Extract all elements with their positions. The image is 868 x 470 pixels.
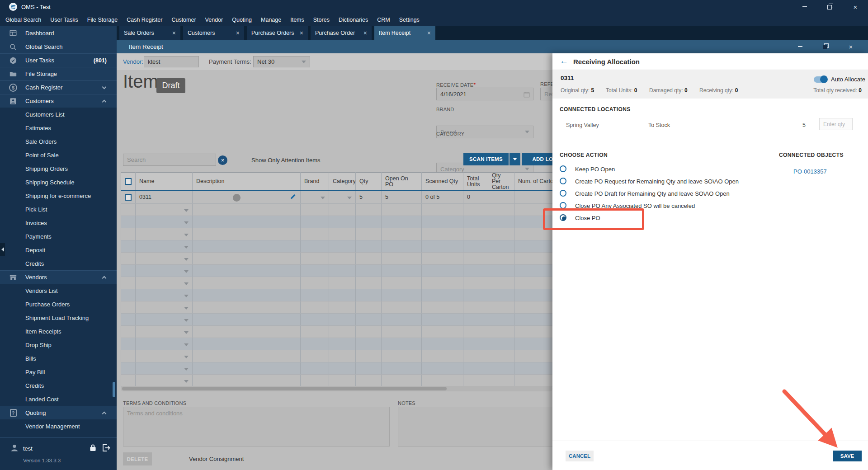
- sidebar-item-purchase-orders[interactable]: Purchase Orders: [0, 297, 117, 311]
- delete-button[interactable]: DELETE: [123, 452, 152, 465]
- table-empty-row[interactable]: [121, 338, 573, 350]
- menu-file-storage[interactable]: File Storage: [83, 14, 122, 26]
- scrollbar-thumb[interactable]: [122, 387, 447, 390]
- menu-user-tasks[interactable]: User Tasks: [46, 14, 83, 26]
- tab-item-receipt[interactable]: Item Receipt×: [374, 26, 435, 40]
- table-empty-row[interactable]: [121, 350, 573, 362]
- sidebar-item-shipping-schedule[interactable]: Shipping Schedule: [0, 175, 117, 189]
- clear-search-icon[interactable]: ×: [218, 155, 227, 165]
- auto-allocate-toggle[interactable]: [814, 76, 827, 83]
- menu-items[interactable]: Items: [286, 14, 309, 26]
- sidebar-item-point-of-sale[interactable]: Point of Sale: [0, 148, 117, 162]
- payment-terms-select[interactable]: Net 30: [253, 56, 310, 67]
- sidebar-item-dashboard[interactable]: Dashboard: [0, 26, 117, 40]
- sidebar-item-item-receipts[interactable]: Item Receipts: [0, 324, 117, 338]
- vendor-input[interactable]: [144, 56, 199, 67]
- close-icon[interactable]: ×: [838, 40, 863, 53]
- sidebar-item-customers-list[interactable]: Customers List: [0, 108, 117, 121]
- table-empty-row[interactable]: [121, 374, 573, 386]
- minimize-icon[interactable]: [788, 40, 813, 53]
- sidebar-item-shipping-ecommerce[interactable]: Shipping for e-commerce: [0, 189, 117, 202]
- radio-close-po-cancel-so[interactable]: Close PO Any Associated SO will be cance…: [552, 200, 778, 212]
- menu-global-search[interactable]: Global Search: [1, 14, 46, 26]
- table-empty-row[interactable]: [121, 203, 573, 216]
- tab-close-icon[interactable]: ×: [300, 29, 303, 37]
- save-button[interactable]: SAVE: [833, 451, 862, 461]
- sidebar-item-customers[interactable]: Customers: [0, 94, 117, 108]
- tab-purchase-order[interactable]: Purchase Order×: [311, 26, 372, 40]
- search-input[interactable]: [123, 154, 216, 166]
- tab-close-icon[interactable]: ×: [427, 29, 431, 37]
- sidebar-item-shipment-load-tracking[interactable]: Shipment Load Tracking: [0, 311, 117, 324]
- radio-close-po[interactable]: Close PO: [552, 212, 778, 224]
- sidebar-item-pay-bill[interactable]: Pay Bill: [0, 365, 117, 379]
- receive-date-input[interactable]: 4/16/2021: [436, 88, 533, 100]
- table-empty-row[interactable]: [121, 252, 573, 264]
- minimize-icon[interactable]: [792, 0, 817, 14]
- tab-sale-orders[interactable]: Sale Orders×: [119, 26, 180, 40]
- sidebar-collapse-handle[interactable]: [0, 243, 5, 256]
- table-empty-row[interactable]: [121, 216, 573, 228]
- lock-icon[interactable]: [89, 443, 97, 454]
- sidebar-item-bills[interactable]: Bills: [0, 352, 117, 365]
- back-arrow-icon[interactable]: ←: [560, 56, 568, 66]
- table-empty-row[interactable]: [121, 240, 573, 252]
- menu-cash-register[interactable]: Cash Register: [122, 14, 167, 26]
- menu-stores[interactable]: Stores: [309, 14, 334, 26]
- menu-settings[interactable]: Settings: [395, 14, 424, 26]
- sidebar-item-shipping-orders[interactable]: Shipping Orders: [0, 162, 117, 175]
- sidebar-item-payments[interactable]: Payments: [0, 230, 117, 243]
- sidebar-item-deposit[interactable]: Deposit: [0, 243, 117, 257]
- radio-create-po-request[interactable]: Create PO Request for Remaining Qty and …: [552, 176, 778, 188]
- sidebar-item-vendor-management[interactable]: Vendor Management: [0, 419, 117, 433]
- restore-icon[interactable]: [817, 0, 843, 14]
- radio-create-po-draft[interactable]: Create PO Draft for Remaining Qty and le…: [552, 188, 778, 200]
- table-horizontal-scrollbar[interactable]: [121, 386, 552, 391]
- sidebar-item-sale-orders[interactable]: Sale Orders: [0, 135, 117, 148]
- sidebar-item-vendors[interactable]: Vendors: [0, 270, 117, 284]
- sidebar-item-credits[interactable]: Credits: [0, 257, 117, 270]
- table-empty-row[interactable]: [121, 264, 573, 277]
- table-empty-row[interactable]: [121, 362, 573, 374]
- table-row[interactable]: 0311 5 5 0 of 5 0: [121, 191, 573, 203]
- sidebar-item-vendor-credits[interactable]: Credits: [0, 379, 117, 392]
- table-empty-row[interactable]: [121, 313, 573, 325]
- table-empty-row[interactable]: [121, 277, 573, 289]
- sidebar-item-invoices[interactable]: Invoices: [0, 216, 117, 230]
- cell-category[interactable]: [329, 191, 356, 203]
- close-icon[interactable]: ×: [843, 0, 868, 14]
- sidebar-scrollbar[interactable]: [113, 382, 115, 397]
- sidebar-item-estimates[interactable]: Estimates: [0, 121, 117, 135]
- po-link[interactable]: PO-0013357: [793, 168, 827, 175]
- enter-qty-input[interactable]: [819, 118, 853, 130]
- logout-icon[interactable]: [101, 443, 110, 454]
- menu-quoting[interactable]: Quoting: [227, 14, 256, 26]
- table-empty-row[interactable]: [121, 228, 573, 240]
- sidebar-item-vendors-list[interactable]: Vendors List: [0, 284, 117, 297]
- sidebar-item-drop-ship[interactable]: Drop Ship: [0, 338, 117, 352]
- select-all-checkbox[interactable]: [125, 178, 132, 185]
- edit-pencil-icon[interactable]: [290, 193, 297, 200]
- table-empty-row[interactable]: [121, 301, 573, 313]
- sidebar-item-file-storage[interactable]: File Storage: [0, 67, 117, 80]
- table-empty-row[interactable]: [121, 325, 573, 338]
- sidebar-item-cash-register[interactable]: $ Cash Register: [0, 80, 117, 94]
- sidebar-item-global-search[interactable]: Global Search: [0, 40, 117, 53]
- sidebar-item-pick-list[interactable]: Pick List: [0, 202, 117, 216]
- sidebar-item-user-tasks[interactable]: User Tasks (801): [0, 53, 117, 67]
- radio-keep-po-open[interactable]: Keep PO Open: [552, 164, 778, 175]
- cancel-button[interactable]: CANCEL: [566, 451, 594, 461]
- menu-vendor[interactable]: Vendor: [201, 14, 228, 26]
- table-empty-row[interactable]: [121, 289, 573, 301]
- menu-crm[interactable]: CRM: [373, 14, 394, 26]
- cell-brand[interactable]: [301, 191, 329, 203]
- tab-customers[interactable]: Customers×: [183, 26, 244, 40]
- menu-dictionaries[interactable]: Dictionaries: [334, 14, 373, 26]
- scan-items-dropdown-button[interactable]: [509, 153, 520, 165]
- menu-manage[interactable]: Manage: [256, 14, 286, 26]
- sidebar-item-landed-cost[interactable]: Landed Cost: [0, 392, 117, 406]
- scan-items-button[interactable]: SCAN ITEMS: [463, 153, 509, 165]
- restore-icon[interactable]: [813, 40, 838, 53]
- menu-customer[interactable]: Customer: [167, 14, 200, 26]
- row-checkbox[interactable]: [125, 194, 132, 201]
